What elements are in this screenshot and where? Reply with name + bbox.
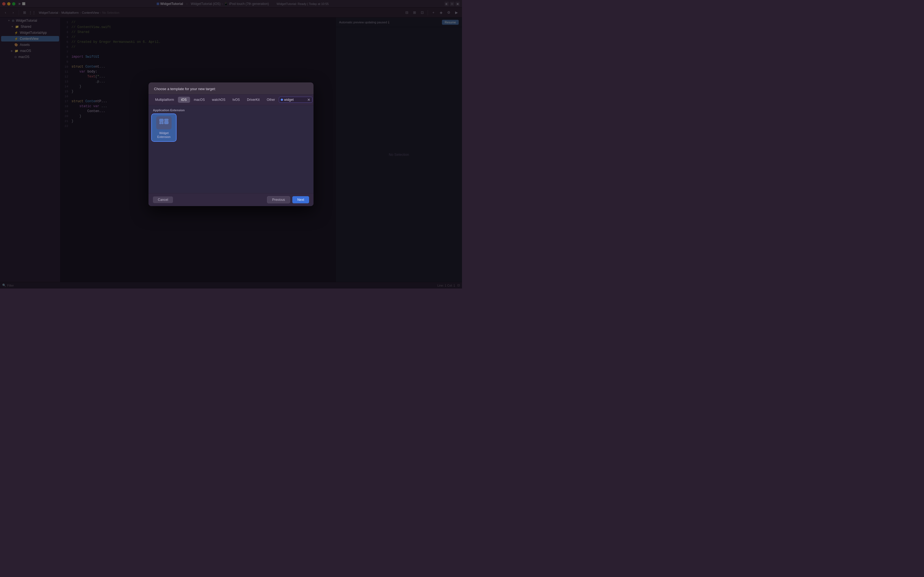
tab-watchos[interactable]: watchOS: [209, 97, 229, 103]
cancel-button[interactable]: Cancel: [153, 197, 173, 203]
clear-search-button[interactable]: ✕: [307, 98, 310, 102]
modal-title: Choose a template for your new target:: [149, 82, 313, 95]
previous-button[interactable]: Previous: [267, 196, 291, 203]
svg-rect-4: [165, 121, 168, 124]
next-button[interactable]: Next: [292, 196, 309, 203]
search-input[interactable]: [284, 98, 306, 102]
footer-right: Previous Next: [267, 196, 309, 203]
tab-tvos[interactable]: tvOS: [229, 97, 243, 103]
widget-extension-item[interactable]: Widget Extension: [152, 114, 176, 141]
tab-macos[interactable]: macOS: [191, 97, 208, 103]
modal-overlay: Choose a template for your new target: M…: [0, 0, 462, 288]
template-modal: Choose a template for your new target: M…: [149, 82, 313, 206]
svg-rect-2: [162, 122, 163, 124]
widget-extension-label: Widget Extension: [154, 131, 174, 139]
svg-rect-3: [165, 119, 168, 121]
modal-items: Widget Extension: [152, 114, 310, 141]
section-label: Application Extension: [152, 108, 310, 112]
tab-other[interactable]: Other: [263, 97, 278, 103]
search-box[interactable]: ✕: [279, 97, 312, 103]
modal-tabs: Multiplatform iOS macOS watchOS tvOS Dri…: [149, 95, 313, 105]
svg-rect-1: [160, 122, 161, 124]
tab-multiplatform[interactable]: Multiplatform: [152, 97, 178, 103]
widget-extension-icon: [156, 116, 171, 129]
svg-rect-0: [160, 119, 163, 122]
modal-body: Application Extension Widget: [149, 105, 313, 193]
modal-footer: Cancel Previous Next: [149, 193, 313, 206]
tab-ios[interactable]: iOS: [178, 97, 190, 103]
search-icon: [281, 98, 283, 101]
tab-driverkit[interactable]: DriverKit: [244, 97, 263, 103]
